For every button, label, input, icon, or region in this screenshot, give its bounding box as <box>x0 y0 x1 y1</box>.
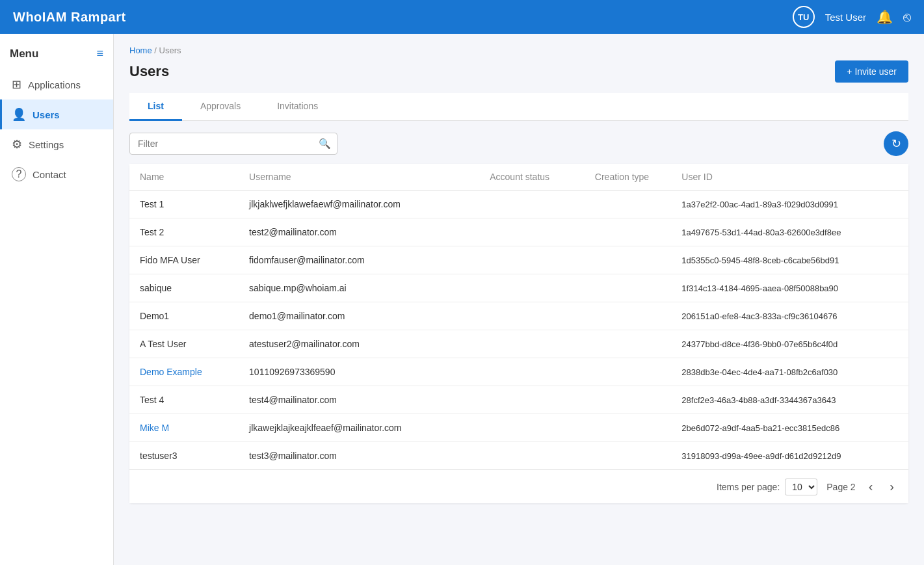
users-icon: 👤 <box>12 107 26 122</box>
cell-username: test4@mailinator.com <box>239 386 467 414</box>
page-label: Page 2 <box>826 482 855 492</box>
cell-user-id: 1d5355c0-5945-48f8-8ceb-c6cabe56bd91 <box>671 246 908 274</box>
breadcrumb-home[interactable]: Home <box>129 46 152 55</box>
col-name: Name <box>129 164 239 191</box>
cell-creation-type <box>573 386 672 414</box>
tab-approvals[interactable]: Approvals <box>182 93 259 121</box>
cell-name: A Test User <box>129 330 239 358</box>
cell-account-status <box>467 218 573 246</box>
filter-bar: 🔍 ↻ <box>129 131 908 156</box>
col-account-status: Account status <box>467 164 573 191</box>
top-nav-username: Test User <box>825 12 866 23</box>
contact-icon: ? <box>12 167 26 181</box>
users-table-container: Name Username Account status Creation ty… <box>129 164 908 503</box>
sidebar-item-applications-label: Applications <box>28 79 81 90</box>
cell-username: demo1@mailinator.com <box>239 302 467 330</box>
table-header: Name Username Account status Creation ty… <box>129 164 908 191</box>
sidebar-item-applications[interactable]: ⊞ Applications <box>0 70 113 99</box>
avatar: TU <box>793 6 815 28</box>
breadcrumb-separator: / <box>154 46 157 55</box>
cell-username: 10110926973369590 <box>239 358 467 386</box>
users-table: Name Username Account status Creation ty… <box>129 164 908 469</box>
settings-icon: ⚙ <box>12 137 22 151</box>
users-table-body: Test 1 jlkjaklwefjklawefaewf@mailinator.… <box>129 191 908 470</box>
breadcrumb: Home / Users <box>129 46 908 55</box>
cell-account-status <box>467 330 573 358</box>
cell-creation-type <box>573 330 672 358</box>
cell-account-status <box>467 358 573 386</box>
cell-user-id: 24377bbd-d8ce-4f36-9bb0-07e65b6c4f0d <box>671 330 908 358</box>
applications-icon: ⊞ <box>12 77 21 92</box>
cell-name[interactable]: Demo Example <box>129 358 239 386</box>
filter-input[interactable] <box>129 133 337 155</box>
notification-icon[interactable]: 🔔 <box>877 9 893 25</box>
cell-username: atestuser2@mailinator.com <box>239 330 467 358</box>
cell-username: test3@mailinator.com <box>239 442 467 470</box>
menu-toggle-icon[interactable]: ≡ <box>96 47 103 60</box>
cell-name[interactable]: Mike M <box>129 414 239 442</box>
cell-account-status <box>467 414 573 442</box>
menu-header: Menu ≡ <box>0 40 113 70</box>
menu-title: Menu <box>10 47 38 60</box>
cell-creation-type <box>573 274 672 302</box>
items-per-page-label: Items per page: <box>717 482 780 492</box>
tab-list[interactable]: List <box>129 93 182 121</box>
cell-account-status <box>467 302 573 330</box>
table-row: Fido MFA User fidomfauser@mailinator.com… <box>129 246 908 274</box>
cell-user-id: 1f314c13-4184-4695-aaea-08f50088ba90 <box>671 274 908 302</box>
table-row: Demo Example 10110926973369590 2838db3e-… <box>129 358 908 386</box>
cell-user-id: 2838db3e-04ec-4de4-aa71-08fb2c6af030 <box>671 358 908 386</box>
cell-creation-type <box>573 191 672 218</box>
col-username: Username <box>239 164 467 191</box>
prev-page-button[interactable]: ‹ <box>865 478 877 495</box>
sidebar-item-contact-label: Contact <box>33 169 66 180</box>
table-row: testuser3 test3@mailinator.com 31918093-… <box>129 442 908 470</box>
sidebar-item-users[interactable]: 👤 Users <box>0 99 113 129</box>
cell-name: Test 1 <box>129 191 239 218</box>
cell-account-status <box>467 246 573 274</box>
logout-icon[interactable]: ⎋ <box>903 10 911 25</box>
next-page-button[interactable]: › <box>886 478 898 495</box>
cell-account-status <box>467 274 573 302</box>
cell-account-status <box>467 386 573 414</box>
invite-user-button[interactable]: + Invite user <box>835 60 908 83</box>
cell-creation-type <box>573 218 672 246</box>
cell-username: jlkjaklwefjklawefaewf@mailinator.com <box>239 191 467 218</box>
cell-creation-type <box>573 302 672 330</box>
tab-invitations[interactable]: Invitations <box>259 93 336 121</box>
page-title: Users <box>129 63 169 80</box>
cell-user-id: 1a497675-53d1-44ad-80a3-62600e3df8ee <box>671 218 908 246</box>
cell-creation-type <box>573 442 672 470</box>
cell-user-id: 28fcf2e3-46a3-4b88-a3df-3344367a3643 <box>671 386 908 414</box>
cell-user-id: 2be6d072-a9df-4aa5-ba21-ecc3815edc86 <box>671 414 908 442</box>
layout: Menu ≡ ⊞ Applications 👤 Users ⚙ Settings… <box>0 34 924 565</box>
table-row: Test 1 jlkjaklwefjklawefaewf@mailinator.… <box>129 191 908 218</box>
cell-name: testuser3 <box>129 442 239 470</box>
table-row: Mike M jlkawejklajkeajklfeaef@mailinator… <box>129 414 908 442</box>
sidebar-item-settings-label: Settings <box>29 139 64 150</box>
table-row: A Test User atestuser2@mailinator.com 24… <box>129 330 908 358</box>
cell-name: Fido MFA User <box>129 246 239 274</box>
cell-username: fidomfauser@mailinator.com <box>239 246 467 274</box>
items-per-page: Items per page: 10 25 50 <box>717 479 817 495</box>
cell-name: Demo1 <box>129 302 239 330</box>
table-row: sabique sabique.mp@whoiam.ai 1f314c13-41… <box>129 274 908 302</box>
breadcrumb-current: Users <box>159 46 181 55</box>
refresh-button[interactable]: ↻ <box>884 131 908 156</box>
cell-name: Test 4 <box>129 386 239 414</box>
cell-creation-type <box>573 246 672 274</box>
sidebar: Menu ≡ ⊞ Applications 👤 Users ⚙ Settings… <box>0 34 114 565</box>
table-row: Demo1 demo1@mailinator.com 206151a0-efe8… <box>129 302 908 330</box>
top-nav: WhoIAM Rampart TU Test User 🔔 ⎋ <box>0 0 924 34</box>
col-user-id: User ID <box>671 164 908 191</box>
sidebar-item-contact[interactable]: ? Contact <box>0 159 113 189</box>
cell-account-status <box>467 191 573 218</box>
items-per-page-select[interactable]: 10 25 50 <box>785 479 817 495</box>
pagination: Items per page: 10 25 50 Page 2 ‹ › <box>129 469 908 503</box>
filter-input-wrap: 🔍 <box>129 133 337 155</box>
brand-title: WhoIAM Rampart <box>13 10 126 25</box>
cell-user-id: 1a37e2f2-00ac-4ad1-89a3-f029d03d0991 <box>671 191 908 218</box>
cell-username: sabique.mp@whoiam.ai <box>239 274 467 302</box>
col-creation-type: Creation type <box>573 164 672 191</box>
sidebar-item-settings[interactable]: ⚙ Settings <box>0 129 113 159</box>
